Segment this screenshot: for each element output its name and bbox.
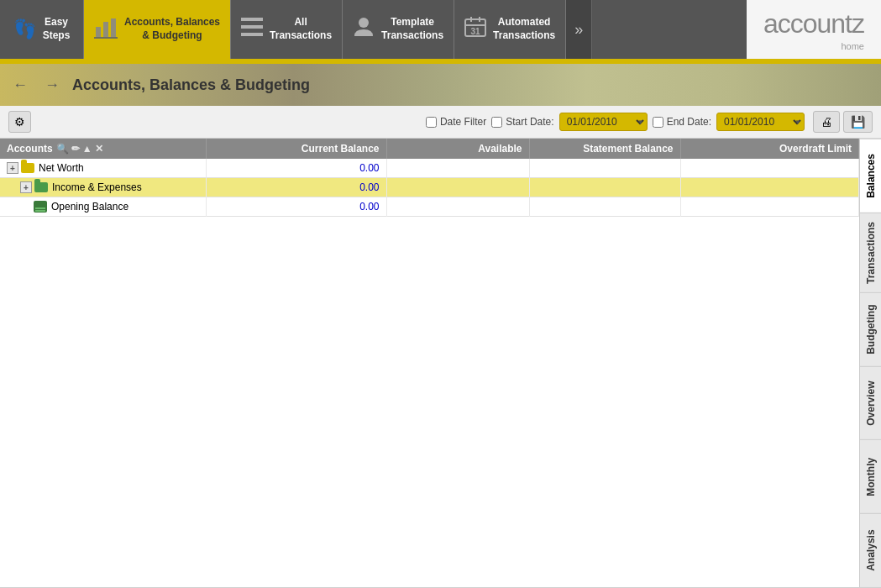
folder-yellow-icon — [21, 163, 34, 173]
available-cell — [386, 178, 529, 197]
expand-income-button[interactable]: + — [20, 181, 32, 193]
date-filter-label: Date Filter — [426, 116, 486, 128]
side-tabs-panel: Balances Transactions Budgeting Overview… — [859, 139, 881, 587]
date-filter-section: Date Filter Start Date: 01/01/2010 End D… — [426, 113, 805, 131]
logo-text: accountz — [763, 8, 864, 39]
end-date-checkbox[interactable] — [653, 117, 663, 128]
nav-more-button[interactable]: » — [566, 0, 592, 59]
toolbar-actions: 🖨 💾 — [813, 111, 873, 133]
calendar-icon: 31 — [464, 16, 486, 43]
table-row: + Income & Expenses 0.00 — [0, 178, 859, 197]
account-name-cell: + Income & Expenses — [0, 178, 206, 197]
nav-all-transactions-label: AllTransactions — [270, 16, 332, 42]
nav-easy-steps[interactable]: 👣 Easy Steps — [0, 0, 84, 59]
overdraft-limit-cell — [680, 178, 859, 197]
available-cell — [386, 159, 529, 178]
list-icon — [241, 16, 263, 43]
svg-rect-5 — [241, 25, 263, 29]
edit-col-icon[interactable]: ✏ — [71, 143, 80, 155]
app-logo: accountz home — [747, 0, 881, 59]
svg-rect-2 — [111, 18, 116, 37]
tab-transactions[interactable]: Transactions — [860, 213, 881, 292]
svg-rect-11 — [479, 17, 480, 22]
tab-overview[interactable]: Overview — [860, 366, 881, 440]
col-current-balance: Current Balance — [206, 139, 386, 159]
logo-sub: home — [763, 41, 864, 51]
svg-point-7 — [359, 18, 369, 28]
accounts-table: Accounts 🔍 ✏ ▲ ✕ Current Balance — [0, 139, 859, 217]
col-statement-balance: Statement Balance — [529, 139, 680, 159]
svg-text:31: 31 — [471, 27, 481, 36]
footsteps-icon: 👣 — [13, 18, 36, 40]
toolbar: ⚙ Date Filter Start Date: 01/01/2010 End… — [0, 106, 881, 139]
start-date-select[interactable]: 01/01/2010 — [559, 113, 648, 131]
balance-value: 0.00 — [359, 181, 379, 193]
tab-budgeting[interactable]: Budgeting — [860, 292, 881, 366]
nav-easy-steps-label: Easy Steps — [43, 16, 71, 42]
nav-accounts-balances[interactable]: Accounts, Balances& Budgeting — [84, 0, 231, 59]
col-accounts-label: Accounts — [7, 143, 53, 155]
svg-rect-6 — [241, 33, 263, 36]
accounts-table-area: Accounts 🔍 ✏ ▲ ✕ Current Balance — [0, 139, 859, 587]
col-overdraft-limit: Overdraft Limit — [680, 139, 859, 159]
svg-rect-10 — [470, 17, 472, 22]
balance-value: 0.00 — [359, 162, 379, 174]
nav-accounts-label: Accounts, Balances& Budgeting — [124, 16, 220, 42]
overdraft-limit-cell — [680, 197, 859, 217]
top-navigation: 👣 Easy Steps Accounts, Balances& Budgeti… — [0, 0, 881, 59]
nav-automated-transactions-label: AutomatedTransactions — [493, 16, 555, 42]
col-available: Available — [386, 139, 529, 159]
nav-all-transactions[interactable]: AllTransactions — [231, 0, 343, 59]
account-name-label: Net Worth — [39, 162, 84, 174]
expand-net-worth-button[interactable]: + — [7, 162, 18, 174]
page-title: Accounts, Balances & Budgeting — [72, 76, 310, 94]
banner-forward-button[interactable]: → — [40, 75, 64, 96]
tab-analysis[interactable]: Analysis — [860, 513, 881, 587]
main-area: Accounts 🔍 ✏ ▲ ✕ Current Balance — [0, 139, 881, 587]
banner-back-button[interactable]: ← — [8, 75, 32, 96]
settings-button[interactable]: ⚙ — [8, 111, 31, 133]
end-date-select[interactable]: 01/01/2010 — [716, 113, 805, 131]
nav-automated-transactions[interactable]: 31 AutomatedTransactions — [454, 0, 566, 59]
end-date-label: End Date: — [653, 116, 711, 128]
chart-icon — [94, 15, 118, 44]
statement-balance-cell — [529, 159, 680, 178]
save-button[interactable]: 💾 — [843, 111, 873, 133]
account-doc-icon — [34, 201, 47, 213]
svg-rect-9 — [465, 24, 485, 26]
folder-green-icon — [34, 182, 48, 192]
svg-rect-0 — [96, 27, 101, 37]
account-name-label: Income & Expenses — [52, 181, 142, 193]
date-filter-checkbox[interactable] — [426, 117, 437, 128]
col-accounts: Accounts 🔍 ✏ ▲ ✕ — [0, 139, 206, 159]
tab-balances[interactable]: Balances — [860, 139, 881, 213]
current-balance-cell: 0.00 — [206, 178, 386, 197]
column-icons: 🔍 ✏ ▲ ✕ — [56, 143, 103, 155]
overdraft-limit-cell — [680, 159, 859, 178]
nav-template-transactions-label: TemplateTransactions — [381, 16, 443, 42]
current-balance-cell: 0.00 — [206, 159, 386, 178]
account-name-label: Opening Balance — [51, 201, 128, 213]
account-name-cell: + Net Worth — [0, 159, 206, 178]
close-col-icon[interactable]: ✕ — [95, 143, 103, 155]
available-cell — [386, 197, 529, 217]
chevron-right-icon: » — [574, 21, 583, 39]
svg-rect-1 — [103, 22, 108, 37]
start-date-picker[interactable]: 01/01/2010 — [559, 113, 648, 131]
table-header-row: Accounts 🔍 ✏ ▲ ✕ Current Balance — [0, 139, 859, 159]
search-col-icon[interactable]: 🔍 — [56, 143, 69, 155]
end-date-picker[interactable]: 01/01/2010 — [716, 113, 805, 131]
svg-rect-3 — [94, 37, 118, 39]
statement-balance-cell — [529, 178, 680, 197]
start-date-checkbox[interactable] — [491, 117, 502, 128]
nav-template-transactions[interactable]: TemplateTransactions — [343, 0, 454, 59]
statement-balance-cell — [529, 197, 680, 217]
banner: ← → Accounts, Balances & Budgeting — [0, 64, 881, 106]
table-row: Opening Balance 0.00 — [0, 197, 859, 217]
print-button[interactable]: 🖨 — [813, 111, 840, 133]
current-balance-cell: 0.00 — [206, 197, 386, 217]
tab-monthly[interactable]: Monthly — [860, 439, 881, 513]
start-date-label: Start Date: — [491, 116, 553, 128]
up-col-icon[interactable]: ▲ — [82, 143, 92, 155]
table-row: + Net Worth 0.00 — [0, 159, 859, 178]
